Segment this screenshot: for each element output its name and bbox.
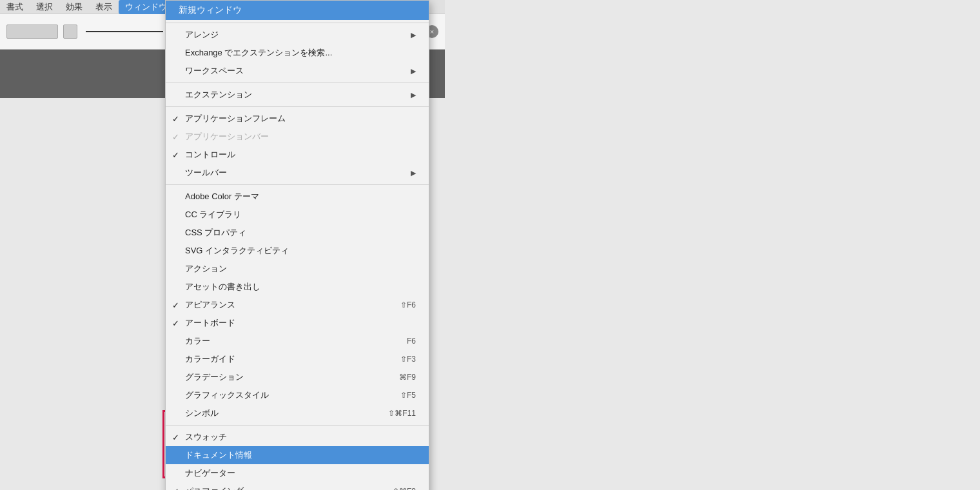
toolbar-dropdown[interactable] <box>63 24 77 39</box>
menu-item-actions[interactable]: アクション <box>166 260 429 278</box>
menu-item-gradient-label: グラデーション <box>185 371 244 383</box>
menu-item-document-info[interactable]: ドキュメント情報 <box>166 446 429 464</box>
menu-item-adobe-color-label: Adobe Color テーマ <box>185 191 259 202</box>
menu-item-adobe-color[interactable]: Adobe Color テーマ <box>166 188 429 206</box>
menu-item-navigator-label: ナビゲーター <box>185 467 235 479</box>
workspace-arrow-icon: ▶ <box>411 67 416 75</box>
menu-item-workspace-label: ワークスペース <box>185 65 244 77</box>
menu-select[interactable]: 選択 <box>30 0 59 14</box>
menu-item-color-guide-label: カラーガイド <box>185 353 235 365</box>
control-check-icon: ✓ <box>172 150 179 160</box>
menu-item-graphic-style-label: グラフィックスタイル <box>185 389 269 401</box>
menu-item-artboard-label: アートボード <box>185 317 235 329</box>
app-frame-check-icon: ✓ <box>172 114 179 124</box>
menu-effect[interactable]: 効果 <box>59 0 89 14</box>
menu-item-pathfinder[interactable]: ✓ パスファインダー ⇧⌘F9 <box>166 482 429 490</box>
menu-item-workspace[interactable]: ワークスペース ▶ <box>166 62 429 80</box>
menu-item-document-info-label: ドキュメント情報 <box>185 449 252 461</box>
menu-item-appearance[interactable]: ✓ アピアランス ⇧F6 <box>166 296 429 314</box>
artboard-check-icon: ✓ <box>172 318 179 328</box>
menu-item-control-label: コントロール <box>185 149 235 161</box>
menu-item-asset-export[interactable]: アセットの書き出し <box>166 278 429 296</box>
toolbar-control[interactable] <box>6 24 58 39</box>
dropdown-menu: 新規ウィンドウ アレンジ ▶ Exchange でエクステンションを検索... … <box>165 0 429 490</box>
divider-4 <box>166 184 429 185</box>
menu-item-swatches-label: スウォッチ <box>185 431 227 443</box>
symbols-shortcut: ⇧⌘F11 <box>369 409 416 418</box>
menu-item-exchange[interactable]: Exchange でエクステンションを検索... <box>166 44 429 62</box>
gradient-shortcut: ⌘F9 <box>380 373 416 382</box>
app-bar-check-icon: ✓ <box>172 132 179 142</box>
menu-item-artboard[interactable]: ✓ アートボード <box>166 314 429 332</box>
divider-3 <box>166 106 429 107</box>
menu-item-svg-interactivity-label: SVG インタラクティビティ <box>185 245 289 257</box>
menu-item-arrange-label: アレンジ <box>185 29 219 41</box>
color-guide-shortcut: ⇧F3 <box>381 355 416 364</box>
appearance-shortcut: ⇧F6 <box>381 300 416 309</box>
menu-item-new-window[interactable]: 新規ウィンドウ <box>166 1 429 20</box>
menu-item-extension[interactable]: エクステンション ▶ <box>166 86 429 104</box>
menu-item-new-window-label: 新規ウィンドウ <box>179 5 242 16</box>
menu-item-exchange-label: Exchange でエクステンションを検索... <box>185 47 332 59</box>
menu-item-asset-export-label: アセットの書き出し <box>185 281 260 293</box>
pathfinder-shortcut: ⇧⌘F9 <box>373 487 416 490</box>
menu-item-app-bar: ✓ アプリケーションバー <box>166 128 429 146</box>
extension-arrow-icon: ▶ <box>411 91 416 99</box>
divider-5 <box>166 425 429 426</box>
arrange-arrow-icon: ▶ <box>411 31 416 39</box>
graphic-style-shortcut: ⇧F5 <box>381 391 416 400</box>
menu-item-extension-label: エクステンション <box>185 89 252 101</box>
menu-item-toolbar[interactable]: ツールバー ▶ <box>166 164 429 182</box>
menu-item-swatches[interactable]: ✓ スウォッチ <box>166 428 429 446</box>
menu-view[interactable]: 表示 <box>89 0 119 14</box>
divider-1 <box>166 23 429 23</box>
menu-item-pathfinder-label: パスファインダー <box>185 485 252 490</box>
menu-item-symbols[interactable]: シンボル ⇧⌘F11 <box>166 404 429 422</box>
menu-item-cc-library-label: CC ライブラリ <box>185 209 241 220</box>
menu-item-gradient[interactable]: グラデーション ⌘F9 <box>166 368 429 386</box>
menu-item-app-frame[interactable]: ✓ アプリケーションフレーム <box>166 110 429 128</box>
menu-item-color[interactable]: カラー F6 <box>166 332 429 350</box>
menu-item-arrange[interactable]: アレンジ ▶ <box>166 26 429 44</box>
menu-item-svg-interactivity[interactable]: SVG インタラクティビティ <box>166 242 429 260</box>
pathfinder-check-icon: ✓ <box>172 487 179 491</box>
menu-item-app-frame-label: アプリケーションフレーム <box>185 113 286 124</box>
menu-item-symbols-label: シンボル <box>185 407 219 419</box>
divider-2 <box>166 83 429 83</box>
toolbar-arrow-icon: ▶ <box>411 169 416 177</box>
menu-item-app-bar-label: アプリケーションバー <box>185 131 269 142</box>
menu-item-css-properties[interactable]: CSS プロパティ <box>166 224 429 242</box>
menu-item-css-properties-label: CSS プロパティ <box>185 227 246 239</box>
menu-item-cc-library[interactable]: CC ライブラリ <box>166 206 429 224</box>
color-shortcut: F6 <box>387 337 416 346</box>
menu-item-control[interactable]: ✓ コントロール <box>166 146 429 164</box>
menu-item-color-guide[interactable]: カラーガイド ⇧F3 <box>166 350 429 368</box>
menu-item-graphic-style[interactable]: グラフィックスタイル ⇧F5 <box>166 386 429 404</box>
menu-item-color-label: カラー <box>185 335 210 347</box>
swatches-check-icon: ✓ <box>172 433 179 442</box>
menu-item-navigator[interactable]: ナビゲーター <box>166 464 429 482</box>
menu-item-toolbar-label: ツールバー <box>185 167 227 179</box>
menu-shoshiki[interactable]: 書式 <box>0 0 30 14</box>
menu-item-actions-label: アクション <box>185 263 227 275</box>
toolbar-line <box>86 31 163 32</box>
appearance-check-icon: ✓ <box>172 300 179 310</box>
menu-item-appearance-label: アピアランス <box>185 299 235 311</box>
